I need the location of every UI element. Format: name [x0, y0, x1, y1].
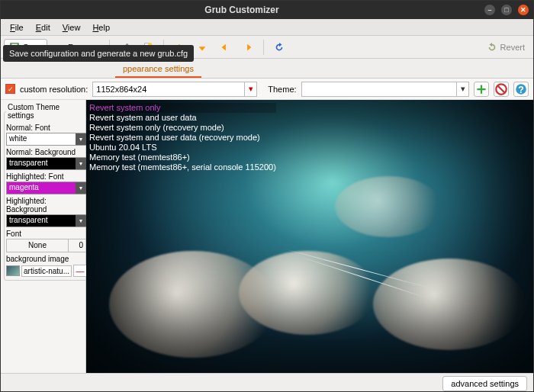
theme-remove-button[interactable] — [494, 82, 509, 97]
svg-text:?: ? — [518, 84, 524, 95]
chevron-down-icon[interactable]: ▾ — [245, 82, 257, 97]
plus-icon — [474, 82, 488, 96]
grub-entry: Revert system and user data — [89, 113, 276, 123]
window-title: Grub Customizer — [5, 5, 478, 15]
close-button[interactable]: ✕ — [518, 5, 529, 15]
grub-entry-selected: Revert system only — [89, 103, 276, 113]
grub-entry: Memory test (memtest86+, serial console … — [89, 162, 276, 172]
cancel-icon — [494, 82, 508, 96]
chevron-down-icon: ▾ — [76, 133, 86, 145]
theme-help-button[interactable]: ? — [513, 82, 529, 97]
chevron-down-icon: ▾ — [76, 182, 86, 194]
arrow-right-icon — [243, 42, 253, 53]
bg-image-label: background image — [6, 255, 87, 263]
menu-edit[interactable]: Edit — [30, 23, 56, 32]
normal-bg-select[interactable]: transparent▾ — [6, 157, 87, 170]
normal-font-label: Normal: Font — [6, 124, 87, 132]
reload-icon — [274, 42, 285, 53]
grub-entry: Ubuntu 20.04 LTS — [89, 143, 276, 153]
arrow-left-icon — [220, 42, 230, 53]
grub-entry: Revert system only (recovery mode) — [89, 123, 276, 133]
resolution-checkbox[interactable]: ✓ — [5, 84, 15, 94]
save-tooltip: Save configuration and generate a new gr… — [3, 45, 194, 62]
hl-bg-label: Highlighted: Background — [6, 197, 87, 214]
revert-icon — [487, 42, 497, 53]
window-titlebar: Grub Customizer – □ ✕ — [1, 1, 533, 19]
theme-input[interactable] — [301, 82, 457, 97]
grub-preview: Revert system only Revert system and use… — [86, 100, 533, 373]
grub-entry: Revert system and user data (recovery mo… — [89, 133, 276, 143]
theme-add-button[interactable] — [474, 82, 489, 97]
grub-entry: Memory test (memtest86+) — [89, 153, 276, 162]
resolution-input[interactable] — [92, 82, 245, 97]
bg-image-row: artistic-natu... — — [6, 265, 87, 277]
menu-view[interactable]: View — [56, 23, 87, 32]
normal-bg-label: Normal: Background — [6, 148, 87, 156]
arrow-down-icon — [197, 42, 207, 53]
resolution-row: ✓ custom resolution: ▾ Theme: ▾ ? — [1, 79, 533, 100]
theme-label: Theme: — [268, 85, 296, 94]
tab-appearance[interactable]: ppearance settings — [115, 61, 201, 78]
down-button[interactable] — [191, 39, 213, 56]
menu-bar: File Edit View Help — [1, 19, 533, 36]
right-button[interactable] — [237, 39, 259, 56]
revert-button[interactable]: Revert — [481, 39, 530, 56]
footer: advanced settings — [1, 373, 533, 392]
font-label: Font — [6, 230, 87, 238]
maximize-button[interactable]: □ — [501, 5, 512, 15]
font-selector[interactable]: None0 — [6, 239, 87, 252]
advanced-settings-button[interactable]: advanced settings — [442, 376, 527, 391]
main-area: Custom Theme settings Normal: Font white… — [1, 100, 533, 373]
help-icon: ? — [514, 82, 528, 96]
chevron-down-icon: ▾ — [76, 158, 86, 169]
theme-settings-group: Custom Theme settings Normal: Font white… — [4, 103, 89, 281]
reload-button[interactable] — [269, 39, 290, 56]
toolbar-separator — [263, 40, 264, 55]
revert-label: Revert — [500, 43, 525, 52]
normal-font-select[interactable]: white▾ — [6, 133, 87, 146]
hl-font-select[interactable]: magenta▾ — [6, 182, 87, 194]
menu-help[interactable]: Help — [86, 23, 116, 32]
bg-remove-button[interactable]: — — [73, 265, 87, 277]
grub-menu-text: Revert system only Revert system and use… — [89, 103, 276, 172]
theme-combo[interactable]: ▾ — [301, 82, 469, 97]
chevron-down-icon: ▾ — [76, 215, 86, 227]
resolution-label: custom resolution: — [20, 85, 88, 94]
bg-thumbnail — [6, 265, 20, 276]
theme-settings-legend: Custom Theme settings — [6, 103, 87, 120]
chevron-down-icon[interactable]: ▾ — [457, 82, 469, 97]
bg-filename[interactable]: artistic-natu... — [21, 265, 72, 277]
left-button[interactable] — [214, 39, 236, 56]
menu-file[interactable]: File — [4, 23, 30, 32]
hl-font-label: Highlighted: Font — [6, 172, 87, 181]
hl-bg-select[interactable]: transparent▾ — [6, 214, 87, 227]
resolution-combo[interactable]: ▾ — [92, 82, 257, 97]
sidebar: Custom Theme settings Normal: Font white… — [1, 100, 86, 373]
minimize-button[interactable]: – — [484, 5, 495, 15]
